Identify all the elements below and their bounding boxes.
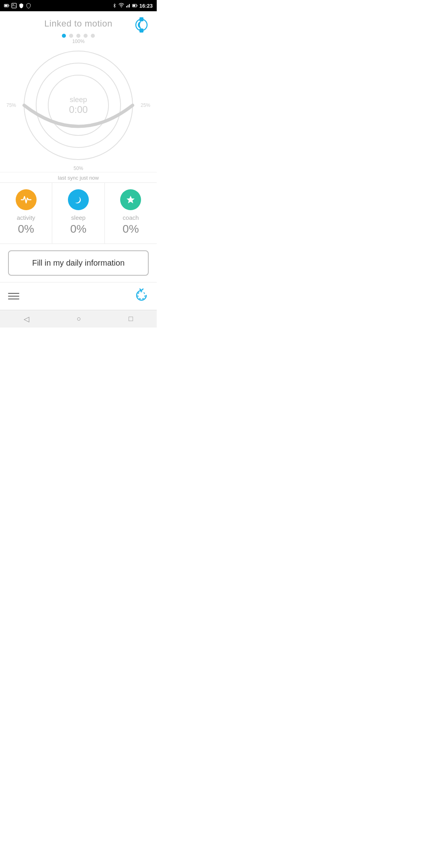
sync-status: last sync just now	[0, 172, 157, 182]
svg-rect-6	[126, 6, 127, 8]
battery-icon	[4, 3, 10, 8]
watch-icon-button[interactable]	[133, 16, 150, 35]
activity-icon-circle	[16, 189, 37, 210]
dot-4[interactable]	[84, 34, 88, 38]
ring-label-75: 75%	[6, 102, 16, 108]
activity-value: 0%	[18, 223, 34, 235]
shield-icon-1	[18, 3, 24, 8]
sleep-icon-circle	[68, 189, 89, 210]
heartrate-icon	[20, 194, 32, 205]
dot-1[interactable]	[62, 34, 66, 38]
shield-icon-2	[26, 3, 31, 8]
refresh-button[interactable]	[134, 288, 149, 304]
dot-3[interactable]	[76, 34, 80, 38]
coach-label: coach	[123, 214, 139, 221]
svg-rect-11	[137, 5, 137, 6]
signal-icon	[126, 3, 131, 8]
metrics-row: activity 0% sleep 0% coach 0%	[0, 182, 157, 244]
status-right-icons: 16:23	[112, 3, 153, 9]
metric-sleep[interactable]: sleep 0%	[52, 183, 104, 244]
coach-icon-circle	[120, 189, 141, 210]
ring-label-25: 25%	[141, 102, 150, 108]
svg-rect-2	[8, 5, 9, 6]
status-left-icons	[4, 3, 31, 8]
dot-2[interactable]	[69, 34, 73, 38]
bluetooth-icon	[112, 3, 117, 8]
status-bar: 16:23	[0, 0, 157, 11]
label-50: 50%	[0, 166, 157, 171]
fill-daily-info-button[interactable]: Fill in my daily information	[8, 250, 149, 276]
status-time: 16:23	[139, 3, 153, 9]
wifi-icon	[119, 3, 124, 8]
svg-rect-1	[5, 5, 8, 7]
header: Linked to motion	[0, 11, 157, 32]
metric-activity[interactable]: activity 0%	[0, 183, 52, 244]
gallery-icon	[11, 3, 17, 8]
header-title: Linked to motion	[44, 18, 112, 29]
bottom-bar	[0, 283, 157, 310]
sleep-label: sleep	[71, 214, 86, 221]
percent-label: 100%	[0, 39, 157, 44]
recents-button[interactable]: □	[119, 311, 143, 326]
metric-coach[interactable]: coach 0%	[105, 183, 157, 244]
star-icon	[125, 194, 136, 205]
menu-button[interactable]	[8, 293, 19, 299]
moon-icon	[73, 194, 84, 205]
menu-line-2	[8, 296, 19, 297]
back-button[interactable]: ◁	[14, 311, 39, 327]
svg-point-16	[36, 63, 121, 147]
svg-point-19	[138, 292, 145, 299]
nav-bar: ◁ ○ □	[0, 310, 157, 328]
svg-point-15	[24, 51, 133, 160]
menu-line-3	[8, 299, 19, 299]
watch-icon	[133, 16, 150, 34]
refresh-icon	[134, 288, 149, 303]
activity-label: activity	[17, 214, 35, 221]
svg-rect-14	[139, 29, 143, 33]
svg-marker-18	[127, 196, 135, 203]
sleep-value: 0%	[70, 223, 86, 235]
coach-value: 0%	[123, 223, 139, 235]
svg-point-5	[121, 7, 122, 8]
svg-rect-8	[129, 4, 130, 8]
ring-chart: 75% 25% sleep 0:00	[0, 45, 157, 166]
ring-svg	[20, 47, 137, 164]
svg-rect-10	[133, 5, 135, 7]
menu-line-1	[8, 293, 19, 294]
svg-rect-13	[139, 17, 143, 21]
battery-charging-icon	[132, 3, 138, 8]
home-button[interactable]: ○	[67, 311, 91, 326]
svg-rect-7	[127, 5, 128, 8]
fill-button-container: Fill in my daily information	[0, 244, 157, 283]
dot-5[interactable]	[91, 34, 95, 38]
